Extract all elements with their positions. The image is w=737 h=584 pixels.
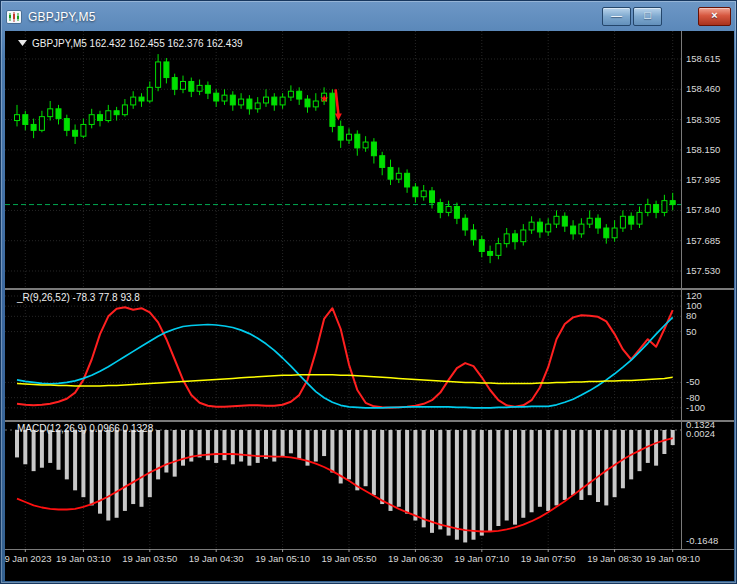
chart-client-area: ★158.615158.460158.305158.150157.995157.… (5, 31, 734, 581)
svg-text:19 Jan 05:50: 19 Jan 05:50 (322, 553, 377, 564)
svg-text:19 Jan 08:30: 19 Jan 08:30 (587, 553, 642, 564)
svg-text:0.0024: 0.0024 (686, 428, 715, 439)
svg-text:19 Jan 2023: 19 Jan 2023 (5, 553, 51, 564)
svg-text:19 Jan 06:30: 19 Jan 06:30 (388, 553, 443, 564)
maximize-button[interactable]: □ (633, 7, 662, 26)
window-title: GBPJPY,M5 (28, 10, 96, 24)
svg-text:80: 80 (686, 310, 697, 321)
svg-text:157.995: 157.995 (686, 174, 720, 185)
svg-text:158.150: 158.150 (686, 144, 720, 155)
window-controls: — □ × (600, 7, 731, 26)
svg-text:157.685: 157.685 (686, 235, 720, 246)
svg-text:-50: -50 (686, 376, 700, 387)
chart-canvas[interactable]: ★158.615158.460158.305158.150157.995157.… (5, 31, 734, 581)
mt4-chart-window: GBPJPY,M5 — □ × ★158.615158.460158.30515… (0, 0, 737, 584)
title-bar[interactable]: GBPJPY,M5 — □ × (6, 4, 731, 29)
svg-text:19 Jan 03:50: 19 Jan 03:50 (122, 553, 177, 564)
window-chart-icon[interactable] (6, 9, 22, 25)
oscillator-label: _R(9,26,52) -78.3 77.8 93.8 (16, 292, 140, 303)
svg-text:19 Jan 07:50: 19 Jan 07:50 (521, 553, 576, 564)
svg-text:158.305: 158.305 (686, 114, 720, 125)
svg-text:50: 50 (686, 326, 697, 337)
svg-text:19 Jan 03:10: 19 Jan 03:10 (56, 553, 111, 564)
svg-text:158.460: 158.460 (686, 83, 720, 94)
svg-text:158.615: 158.615 (686, 53, 720, 64)
svg-text:19 Jan 05:10: 19 Jan 05:10 (255, 553, 310, 564)
svg-text:19 Jan 09:10: 19 Jan 09:10 (645, 553, 700, 564)
svg-text:157.840: 157.840 (686, 204, 720, 215)
macd-label: MACD(12,26,9) 0.0966 0.1328 (17, 423, 154, 434)
svg-text:-0.1648: -0.1648 (686, 535, 718, 546)
close-button[interactable]: × (698, 7, 731, 26)
svg-text:19 Jan 07:10: 19 Jan 07:10 (454, 553, 509, 564)
ohlc-info-label: GBPJPY,M5 162.432 162.455 162.376 162.43… (32, 38, 243, 49)
minimize-button[interactable]: — (602, 7, 631, 26)
svg-text:157.530: 157.530 (686, 265, 720, 276)
svg-text:-100: -100 (686, 402, 705, 413)
svg-text:★: ★ (320, 93, 329, 104)
svg-text:19 Jan 04:30: 19 Jan 04:30 (189, 553, 244, 564)
